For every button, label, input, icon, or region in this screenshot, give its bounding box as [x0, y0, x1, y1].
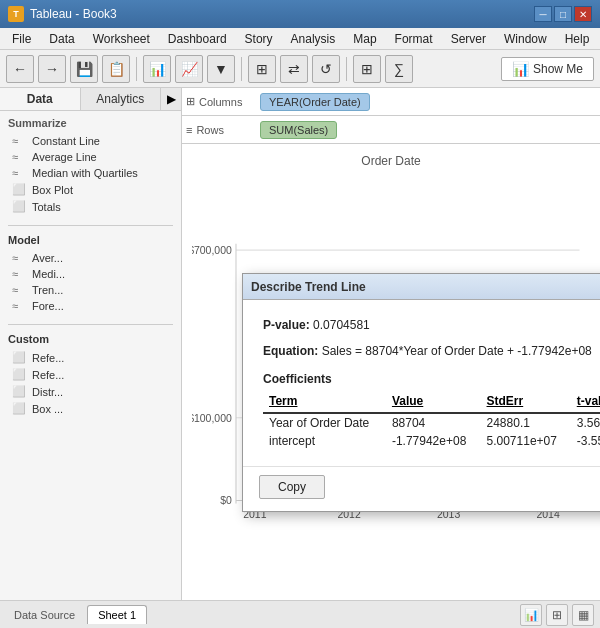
col-term: Term	[263, 392, 386, 413]
fore-item[interactable]: ≈ Fore...	[8, 298, 173, 314]
equation-row: Equation: Sales = 88704*Year of Order Da…	[263, 342, 600, 360]
new-story-icon[interactable]: ▦	[572, 604, 594, 626]
toolbar-chart2-btn[interactable]: 📈	[175, 55, 203, 83]
panel-tab-arrow[interactable]: ▶	[161, 88, 181, 110]
toolbar-refresh-btn[interactable]: ↺	[312, 55, 340, 83]
minimize-button[interactable]: ─	[534, 6, 552, 22]
aver-label: Aver...	[32, 252, 63, 264]
box-plot-item[interactable]: ⬜ Box Plot	[8, 181, 173, 198]
row2-tvalue: -3.55379	[571, 432, 600, 450]
totals-label: Totals	[32, 201, 61, 213]
menu-help[interactable]: Help	[557, 30, 598, 48]
dialog-title: Describe Trend Line	[251, 280, 366, 294]
title-bar-text: Tableau - Book3	[30, 7, 117, 21]
tab-data[interactable]: Data	[0, 88, 81, 110]
toolbar-marks-btn[interactable]: ∑	[385, 55, 413, 83]
menu-map[interactable]: Map	[345, 30, 384, 48]
median-label: Median with Quartiles	[32, 167, 138, 179]
tableau-icon: T	[8, 6, 24, 22]
box-plot-icon: ⬜	[12, 183, 26, 196]
title-bar-controls[interactable]: ─ □ ✕	[534, 6, 592, 22]
row1-term: Year of Order Date	[263, 413, 386, 432]
col-stderr: StdErr	[481, 392, 571, 413]
toolbar-forward-btn[interactable]: →	[38, 55, 66, 83]
new-dashboard-icon[interactable]: ⊞	[546, 604, 568, 626]
toolbar-chart3-btn[interactable]: ▼	[207, 55, 235, 83]
box2-item[interactable]: ⬜ Box ...	[8, 400, 173, 417]
coefficients-table: Term Value StdErr t-value p-value Year o…	[263, 392, 600, 450]
toolbar-sep-2	[241, 57, 242, 81]
copy-button[interactable]: Copy	[259, 475, 325, 499]
refe1-label: Refe...	[32, 352, 64, 364]
refe2-label: Refe...	[32, 369, 64, 381]
row2-term: intercept	[263, 432, 386, 450]
menu-dashboard[interactable]: Dashboard	[160, 30, 235, 48]
toolbar-chart-btn[interactable]: 📊	[143, 55, 171, 83]
maximize-button[interactable]: □	[554, 6, 572, 22]
title-bar: T Tableau - Book3 ─ □ ✕	[0, 0, 600, 28]
medi-icon: ≈	[12, 268, 26, 280]
model-title: Model	[0, 230, 181, 250]
dialog-overlay: Describe Trend Line ✕ P-value: 0.0704581…	[182, 88, 600, 600]
refe2-item[interactable]: ⬜ Refe...	[8, 366, 173, 383]
table-row-1: Year of Order Date 88704 24880.1 3.56526…	[263, 413, 600, 432]
average-line-item[interactable]: ≈ Average Line	[8, 149, 173, 165]
average-line-icon: ≈	[12, 151, 26, 163]
medi-item[interactable]: ≈ Medi...	[8, 266, 173, 282]
row1-tvalue: 3.56526	[571, 413, 600, 432]
custom-section: ⬜ Refe... ⬜ Refe... ⬜ Distr... ⬜ Box ...	[0, 349, 181, 423]
box-plot-label: Box Plot	[32, 184, 73, 196]
menu-format[interactable]: Format	[387, 30, 441, 48]
median-item[interactable]: ≈ Median with Quartiles	[8, 165, 173, 181]
constant-line-icon: ≈	[12, 135, 26, 147]
menu-analysis[interactable]: Analysis	[283, 30, 344, 48]
row2-stderr: 5.00711e+07	[481, 432, 571, 450]
close-button[interactable]: ✕	[574, 6, 592, 22]
toolbar-filter-btn[interactable]: ⊞	[248, 55, 276, 83]
custom-title: Custom	[0, 329, 181, 349]
equation-label: Equation:	[263, 344, 318, 358]
tren-item[interactable]: ≈ Tren...	[8, 282, 173, 298]
pvalue-row: P-value: 0.0704581	[263, 316, 600, 334]
main-canvas: ⊞ Columns YEAR(Order Date) ≡ Rows SUM(Sa…	[182, 88, 600, 600]
toolbar-save-btn[interactable]: 💾	[70, 55, 98, 83]
col-tvalue: t-value	[571, 392, 600, 413]
left-panel: Data Analytics ▶ Summarize ≈ Constant Li…	[0, 88, 182, 600]
distr-item[interactable]: ⬜ Distr...	[8, 383, 173, 400]
toolbar: ← → 💾 📋 📊 📈 ▼ ⊞ ⇄ ↺ ⊞ ∑ 📊 Show Me	[0, 50, 600, 88]
menu-window[interactable]: Window	[496, 30, 555, 48]
show-me-button[interactable]: 📊 Show Me	[501, 57, 594, 81]
median-icon: ≈	[12, 167, 26, 179]
divider-2	[8, 324, 173, 325]
sheet-tab[interactable]: Sheet 1	[87, 605, 147, 624]
row1-value: 88704	[386, 413, 481, 432]
constant-line-label: Constant Line	[32, 135, 100, 147]
refe1-icon: ⬜	[12, 351, 26, 364]
table-row-2: intercept -1.77942e+08 5.00711e+07 -3.55…	[263, 432, 600, 450]
new-sheet-icon[interactable]: 📊	[520, 604, 542, 626]
fore-label: Fore...	[32, 300, 64, 312]
pvalue-label: P-value:	[263, 318, 310, 332]
menu-data[interactable]: Data	[41, 30, 82, 48]
toolbar-duplicate-btn[interactable]: 📋	[102, 55, 130, 83]
toolbar-back-btn[interactable]: ←	[6, 55, 34, 83]
bottom-icons: 📊 ⊞ ▦	[520, 604, 594, 626]
menu-server[interactable]: Server	[443, 30, 494, 48]
data-source-tab[interactable]: Data Source	[6, 606, 83, 624]
menu-worksheet[interactable]: Worksheet	[85, 30, 158, 48]
tren-icon: ≈	[12, 284, 26, 296]
constant-line-item[interactable]: ≈ Constant Line	[8, 133, 173, 149]
aver-item[interactable]: ≈ Aver...	[8, 250, 173, 266]
dialog-footer: Copy Close	[243, 466, 600, 511]
refe1-item[interactable]: ⬜ Refe...	[8, 349, 173, 366]
menu-story[interactable]: Story	[237, 30, 281, 48]
distr-label: Distr...	[32, 386, 63, 398]
totals-item[interactable]: ⬜ Totals	[8, 198, 173, 215]
model-section: ≈ Aver... ≈ Medi... ≈ Tren... ≈ Fore...	[0, 250, 181, 320]
tab-analytics[interactable]: Analytics	[81, 88, 162, 110]
average-line-label: Average Line	[32, 151, 97, 163]
toolbar-fields-btn[interactable]: ⊞	[353, 55, 381, 83]
toolbar-swap-btn[interactable]: ⇄	[280, 55, 308, 83]
dialog-body: P-value: 0.0704581 Equation: Sales = 887…	[243, 300, 600, 462]
menu-file[interactable]: File	[4, 30, 39, 48]
